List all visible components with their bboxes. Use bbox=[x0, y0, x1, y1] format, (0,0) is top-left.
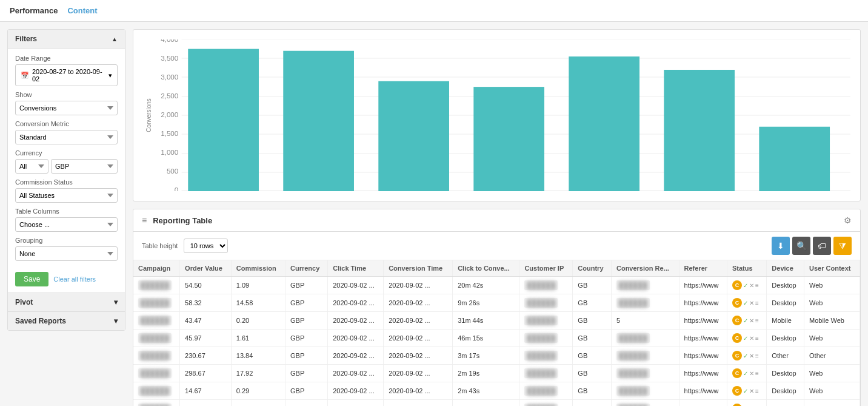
date-range-picker[interactable]: 📅 2020-08-27 to 2020-09-02 ▾ bbox=[15, 64, 118, 86]
table-cell: Desktop bbox=[767, 277, 804, 294]
saved-reports-section-header[interactable]: Saved Reports ▾ bbox=[8, 311, 125, 330]
status-x-icon: ✕ bbox=[749, 300, 754, 306]
filter-button[interactable]: ⧩ bbox=[833, 237, 852, 255]
main-layout: Filters ▲ Date Range 📅 2020-08-27 to 202… bbox=[0, 22, 868, 406]
commission-status-label: Commission Status bbox=[15, 178, 118, 186]
svg-rect-22 bbox=[378, 81, 449, 191]
table-cell: 9m 26s bbox=[453, 294, 519, 312]
blurred-value: ██████ bbox=[524, 298, 558, 308]
status-c-icon: C bbox=[732, 316, 742, 325]
status-check-icon: ✓ bbox=[743, 317, 748, 324]
height-label: Table height bbox=[142, 242, 178, 249]
table-cell: 2020-09-02 ... bbox=[328, 277, 384, 294]
table-cell: Mobile bbox=[767, 312, 804, 330]
blurred-value: ██████ bbox=[138, 316, 172, 325]
blurred-value: ██████ bbox=[524, 280, 558, 290]
date-range-label: Date Range bbox=[15, 55, 118, 62]
table-cell: Web bbox=[804, 365, 860, 382]
col-customer-ip: Customer IP bbox=[519, 260, 573, 277]
download-button[interactable]: ⬇ bbox=[772, 237, 790, 255]
blurred-value: ██████ bbox=[616, 333, 650, 343]
grouping-select[interactable]: None bbox=[15, 246, 118, 261]
table-columns-select[interactable]: Choose ... bbox=[15, 217, 118, 232]
status-icons: C ✓ ✕ ≡ bbox=[732, 280, 761, 290]
table-cell: 14.67 bbox=[180, 382, 232, 400]
blurred-value: ██████ bbox=[138, 351, 172, 360]
table-cell: ██████ bbox=[519, 312, 573, 330]
status-x-icon: ✕ bbox=[749, 353, 754, 359]
grouping-label: Grouping bbox=[15, 237, 118, 244]
table-cell: 1.09 bbox=[231, 277, 285, 294]
table-row: ██████43.470.20GBP2020-09-02 ...2020-09-… bbox=[133, 312, 860, 330]
clear-filters-link[interactable]: Clear all filters bbox=[53, 276, 96, 283]
currency-gbp-select[interactable]: GBP bbox=[51, 159, 118, 174]
table-cell: ██████ bbox=[133, 400, 180, 407]
status-x-icon: ✕ bbox=[749, 317, 754, 324]
table-body: ██████54.501.09GBP2020-09-02 ...2020-09-… bbox=[133, 277, 860, 407]
nav-performance[interactable]: Performance bbox=[10, 6, 58, 15]
table-cell: 45.97 bbox=[180, 330, 232, 347]
table-cell: Desktop bbox=[767, 330, 804, 347]
status-x-icon: ✕ bbox=[749, 388, 754, 394]
table-cell: Web bbox=[804, 294, 860, 312]
table-cell: C ✓ ✕ ≡ bbox=[727, 382, 766, 400]
status-x-icon: ✕ bbox=[749, 282, 754, 289]
table-cell: - bbox=[679, 400, 727, 407]
table-cell: https://www bbox=[679, 312, 727, 330]
table-columns-label: Table Columns bbox=[15, 208, 118, 215]
table-cell: 1.61 bbox=[231, 330, 285, 347]
filters-section-header[interactable]: Filters ▲ bbox=[8, 30, 125, 49]
table-cell: 2020-09-02 ... bbox=[328, 294, 384, 312]
status-eq-icon: ≡ bbox=[755, 335, 759, 342]
table-row: ██████298.6717.92GBP2020-09-02 ...2020-0… bbox=[133, 365, 860, 382]
table-cell: C ✓ ✕ ≡ bbox=[727, 330, 766, 347]
table-cell: 298.67 bbox=[180, 365, 232, 382]
table-cell: 2020-09-02 ... bbox=[384, 277, 453, 294]
table-cell: 230.67 bbox=[180, 347, 232, 365]
table-cell: GBP bbox=[285, 365, 328, 382]
table-cell: https://www bbox=[679, 347, 727, 365]
blurred-value: ██████ bbox=[616, 404, 650, 406]
table-cell: Desktop bbox=[767, 382, 804, 400]
blurred-value: ██████ bbox=[524, 368, 558, 378]
table-cell: 2020-09-02 ... bbox=[328, 365, 384, 382]
table-cell: https://www bbox=[679, 365, 727, 382]
commission-status-select[interactable]: All Statuses bbox=[15, 188, 118, 203]
reporting-table-container: ≡ Reporting Table ⚙ Table height 10 rows… bbox=[133, 209, 861, 406]
table-cell: 58.32 bbox=[180, 294, 232, 312]
conversion-metric-select[interactable]: Standard bbox=[15, 130, 118, 144]
table-cell: ██████ bbox=[519, 294, 573, 312]
table-cell: GB bbox=[573, 277, 612, 294]
status-check-icon: ✓ bbox=[743, 370, 748, 377]
currency-row: All GBP bbox=[15, 159, 118, 174]
status-icons: C ✓ ✕ ≡ bbox=[732, 333, 761, 343]
tag-button[interactable]: 🏷 bbox=[813, 237, 831, 255]
table-cell: GBP bbox=[285, 330, 328, 347]
pivot-section-header[interactable]: Pivot ▾ bbox=[8, 293, 125, 311]
nav-content[interactable]: Content bbox=[67, 6, 97, 15]
table-cell: GB bbox=[573, 382, 612, 400]
table-cell: Mobile Web bbox=[804, 400, 860, 407]
table-cell: ██████ bbox=[611, 277, 679, 294]
table-cell: GB bbox=[573, 312, 612, 330]
gear-icon[interactable]: ⚙ bbox=[844, 215, 852, 225]
status-c-icon: C bbox=[732, 351, 742, 360]
rows-select[interactable]: 10 rows bbox=[184, 239, 228, 253]
search-button[interactable]: 🔍 bbox=[792, 237, 810, 255]
blurred-value: ██████ bbox=[616, 298, 650, 308]
table-cell: https://www bbox=[679, 382, 727, 400]
save-button[interactable]: Save bbox=[15, 272, 48, 286]
show-select[interactable]: Conversions bbox=[15, 101, 118, 115]
table-cell: 17.92 bbox=[231, 365, 285, 382]
table-cell: 46m 15s bbox=[453, 330, 519, 347]
currency-all-select[interactable]: All bbox=[15, 159, 48, 174]
blurred-value: ██████ bbox=[524, 351, 558, 360]
table-cell: GBP bbox=[285, 294, 328, 312]
table-cell: GBP bbox=[285, 400, 328, 407]
table-cell: GB bbox=[573, 330, 612, 347]
sidebar: Filters ▲ Date Range 📅 2020-08-27 to 202… bbox=[7, 29, 125, 331]
status-eq-icon: ≡ bbox=[755, 353, 759, 359]
status-c-icon: C bbox=[732, 298, 742, 308]
conversion-metric-label: Conversion Metric bbox=[15, 120, 118, 127]
calendar-icon: 📅 bbox=[21, 72, 29, 80]
